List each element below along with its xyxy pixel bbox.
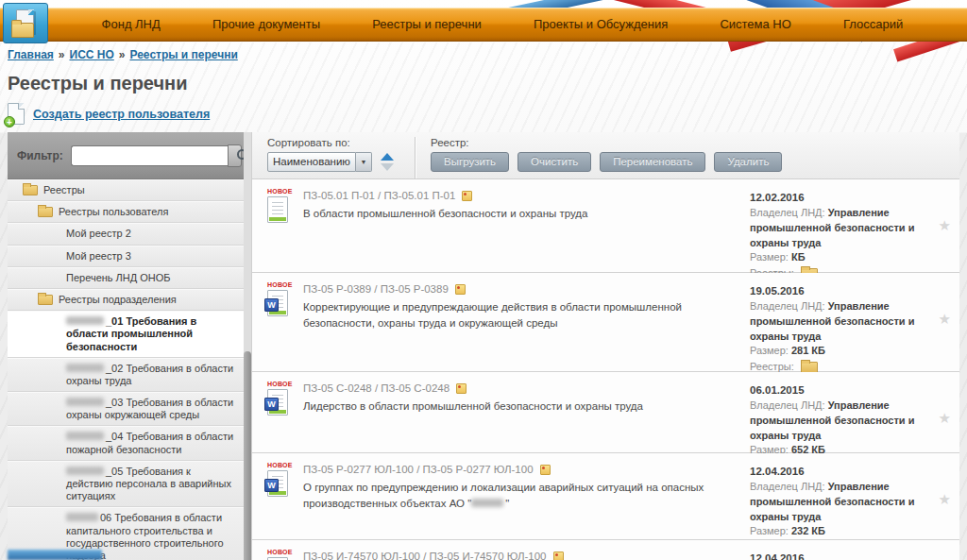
document-meta: 12.04.2016 Владелец ЛНД: Управление пром… — [750, 462, 950, 539]
document-row[interactable]: НОВОЕ W ПЗ-05 С-0248 / ПЗ-05 С-0248 Лиде… — [252, 372, 959, 453]
sort-ascending-icon[interactable] — [381, 153, 394, 161]
main-panel: Фильтр: Реестры Реестры пользователя Мой… — [8, 132, 959, 560]
top-navigation-bar: Фонд ЛНД Прочие документы Реестры и пере… — [0, 8, 967, 41]
rename-button[interactable]: Переименовать — [600, 152, 705, 172]
document-meta: 12.04.2016 — [750, 549, 950, 560]
app-screen: Фонд ЛНД Прочие документы Реестры и пере… — [0, 0, 967, 560]
nav-item-sistema-no[interactable]: Система НО — [720, 17, 790, 31]
redacted-text — [66, 513, 98, 521]
sidebar: Фильтр: Реестры Реестры пользователя Мой… — [8, 132, 251, 560]
favorite-star-icon[interactable]: ★ — [939, 217, 951, 234]
document-date: 12.04.2016 — [750, 464, 950, 480]
plus-icon: + — [4, 116, 15, 127]
breadcrumb-separator: » — [59, 48, 65, 61]
document-code[interactable]: ПЗ-05 И-74570 ЮЛ-100 / ПЗ-05 И-74570 ЮЛ-… — [303, 551, 547, 560]
folder-icon — [38, 295, 53, 305]
document-list: НОВОЕ ПЗ-05.01 П-01 / ПЗ-05.01 П-01 В об… — [252, 179, 959, 560]
redacted-text — [66, 467, 104, 475]
sort-group: Сортировать по: Наименованию ▼ — [267, 137, 394, 178]
nav-item-fond-lnd[interactable]: Фонд ЛНД — [102, 17, 161, 31]
toolbar-divider — [415, 137, 416, 178]
breadcrumb-iss-no[interactable]: ИСС НО — [70, 48, 114, 61]
document-title[interactable]: В области промышленной безопасности и ох… — [303, 206, 723, 222]
document-icon — [267, 196, 288, 223]
redacted-text — [471, 499, 503, 507]
nav-item-projects-discussions[interactable]: Проекты и Обсуждения — [534, 17, 668, 31]
document-date: 06.01.2015 — [750, 382, 950, 399]
favorite-star-icon[interactable]: ★ — [939, 491, 951, 508]
tree-item-user-registries[interactable]: Реестры пользователя — [8, 201, 244, 223]
delete-button[interactable]: Удалить — [714, 152, 782, 172]
document-row[interactable]: НОВОЕ W ПЗ-05 Р-0277 ЮЛ-100 / ПЗ-05 Р-02… — [252, 453, 959, 540]
filter-label: Фильтр: — [17, 149, 63, 162]
filter-search-button[interactable] — [228, 144, 242, 167]
tree-item-label: _04 Требования в области пожарной безопа… — [66, 431, 238, 455]
breadcrumb-current[interactable]: Реестры и перечни — [129, 48, 237, 61]
tree-item-02-labor-protection[interactable]: _02 Требования в области охраны труда — [8, 358, 244, 392]
nav-item-other-documents[interactable]: Прочие документы — [212, 17, 320, 31]
document-code[interactable]: ПЗ-05 С-0248 / ПЗ-05 С-0248 — [303, 382, 450, 394]
tree-item-lnd-onob[interactable]: Перечень ЛНД ОНОБ — [8, 267, 244, 289]
document-title[interactable]: Лидерство в области промышленной безопас… — [303, 399, 723, 415]
breadcrumb-home[interactable]: Главная — [8, 48, 54, 61]
scrollbar-thumb[interactable] — [244, 351, 251, 560]
word-document-icon: W — [267, 470, 288, 497]
tree-item-label: Реестры пользователя — [59, 206, 168, 218]
redacted-text — [66, 432, 104, 440]
document-row[interactable]: НОВОЕ W ПЗ-05 И-74570 ЮЛ-100 / ПЗ-05 И-7… — [252, 540, 959, 560]
clear-button[interactable]: Очистить — [517, 152, 591, 172]
redacted-text — [66, 398, 104, 406]
tree-item-01-industrial-safety[interactable]: _01 Требования в области промышленной бе… — [8, 311, 244, 358]
sort-descending-icon[interactable] — [381, 163, 394, 171]
document-code[interactable]: ПЗ-05 Р-0389 / ПЗ-05 Р-0389 — [303, 283, 449, 295]
sort-select-value: Наименованию — [267, 152, 356, 172]
tree-item-05-emergency[interactable]: _05 Требования к действию персонала в ав… — [8, 461, 244, 508]
folder-icon — [23, 185, 38, 195]
create-registry-row: + Создать реестр пользователя — [8, 103, 210, 125]
note-icon — [462, 191, 472, 201]
sidebar-scrollbar — [244, 132, 251, 560]
tree-item-division-registries[interactable]: Реестры подразделения — [8, 289, 244, 311]
tree-item-04-fire-safety[interactable]: _04 Требования в области пожарной безопа… — [8, 426, 244, 460]
sort-select[interactable]: Наименованию ▼ — [267, 152, 372, 172]
tree-item-03-environment[interactable]: _03 Требования в области охраны окружающ… — [8, 392, 244, 426]
tree-item-my-registry-3[interactable]: Мой реестр 3 — [8, 246, 244, 267]
chevron-down-icon[interactable]: ▼ — [356, 152, 372, 172]
registry-actions-group: Реестр: Выгрузить Очистить Переименовать… — [431, 137, 782, 178]
document-date: 12.02.2016 — [750, 190, 950, 206]
document-code[interactable]: ПЗ-05 Р-0277 ЮЛ-100 / ПЗ-05 Р-0277 ЮЛ-10… — [303, 464, 534, 475]
folder-icon — [38, 207, 53, 217]
note-icon — [540, 465, 551, 475]
document-title[interactable]: Корректирующие и предупреждающие действи… — [303, 299, 723, 331]
document-row[interactable]: НОВОЕ ПЗ-05.01 П-01 / ПЗ-05.01 П-01 В об… — [252, 179, 959, 273]
size-label: Размер: — [750, 525, 789, 536]
redacted-text — [66, 364, 104, 372]
document-title[interactable]: О группах по предупреждению и локализаци… — [303, 480, 723, 511]
favorite-star-icon[interactable]: ★ — [939, 311, 951, 328]
filter-input[interactable] — [71, 145, 228, 166]
create-registry-link[interactable]: Создать реестр пользователя — [33, 108, 210, 121]
tree-item-label: _02 Требования в области охраны труда — [66, 363, 238, 387]
tree-item-registries[interactable]: Реестры — [8, 179, 244, 201]
document-date: 12.04.2016 — [750, 551, 950, 560]
tree-item-my-registry-2[interactable]: Мой реестр 2 — [8, 223, 244, 245]
new-badge: НОВОЕ — [267, 462, 303, 468]
note-icon — [456, 383, 467, 394]
tree-item-label: _05 Требования к действию персонала в ав… — [66, 466, 238, 503]
favorite-star-icon[interactable]: ★ — [939, 410, 951, 427]
export-button[interactable]: Выгрузить — [431, 152, 509, 172]
app-logo[interactable] — [3, 3, 48, 43]
folder-icon — [11, 23, 34, 38]
page-title: Реестры и перечни — [8, 73, 187, 94]
tree-item-label: Реестры — [43, 184, 85, 196]
content-area: Сортировать по: Наименованию ▼ — [251, 132, 959, 560]
nav-item-glossary[interactable]: Глоссарий — [843, 17, 903, 31]
note-icon — [553, 552, 564, 560]
size-value: КБ — [791, 251, 806, 263]
breadcrumb-separator: » — [119, 48, 126, 61]
document-code[interactable]: ПЗ-05.01 П-01 / ПЗ-05.01 П-01 — [303, 190, 455, 201]
tree-item-label: _01 Требования в области промышленной бе… — [66, 315, 238, 353]
document-meta: 12.02.2016 Владелец ЛНД: Управление пром… — [750, 188, 950, 272]
nav-item-registries[interactable]: Реестры и перечни — [372, 17, 482, 31]
document-row[interactable]: НОВОЕ W ПЗ-05 Р-0389 / ПЗ-05 Р-0389 Корр… — [252, 273, 959, 372]
